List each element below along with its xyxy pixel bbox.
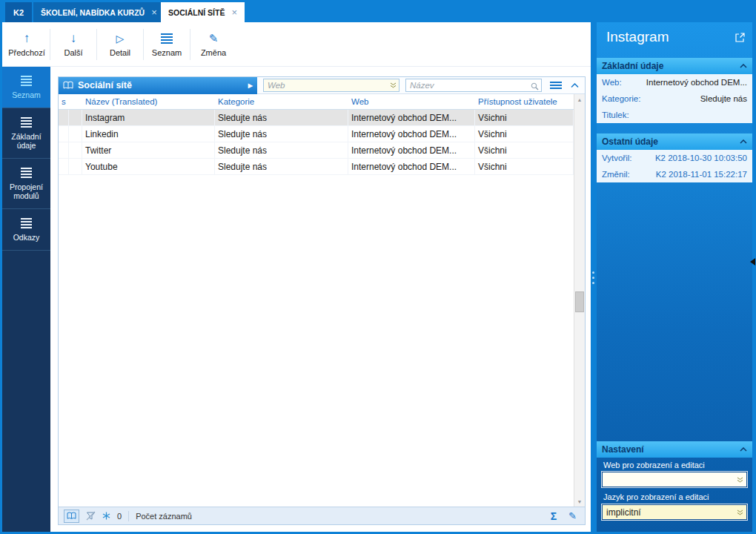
play-icon: ▷ bbox=[116, 32, 125, 45]
filter-clear-icon[interactable] bbox=[86, 511, 96, 521]
snowflake-icon[interactable] bbox=[102, 512, 110, 520]
web-display-label: Web pro zobrazení a editaci bbox=[603, 461, 705, 469]
toolbar-separator bbox=[143, 29, 144, 60]
cell-web: Internetový obchod DEM... bbox=[348, 142, 475, 158]
vertical-scrollbar[interactable]: ▲ ▼ bbox=[574, 94, 585, 507]
detail-button[interactable]: ▷ Detail bbox=[99, 25, 142, 64]
sidebar-item-label: Propojení modulů bbox=[4, 182, 49, 201]
grid-menu-icon[interactable] bbox=[550, 82, 562, 89]
section-title: Ostatní údaje bbox=[602, 136, 658, 147]
previous-button[interactable]: ↑ Předchozí bbox=[5, 25, 48, 64]
cell-pristupnost: Všichni bbox=[475, 159, 574, 174]
cell-s bbox=[59, 110, 69, 125]
language-display-label: Jazyk pro zobrazení a editaci bbox=[603, 492, 709, 501]
tab-label: SOCIÁLNÍ SÍTĚ bbox=[168, 8, 225, 17]
column-header-s[interactable]: s bbox=[59, 97, 69, 106]
open-in-window-icon[interactable] bbox=[735, 32, 746, 43]
toolbar-separator bbox=[190, 29, 190, 60]
section-header-ostatni-udaje[interactable]: Ostatní údaje bbox=[597, 134, 752, 150]
cell-s bbox=[59, 142, 69, 158]
field-label: Změnil: bbox=[602, 170, 630, 179]
table-row[interactable]: Instagram Sledujte nás Internetový obcho… bbox=[59, 110, 574, 126]
column-header-kategorie[interactable]: Kategorie bbox=[215, 97, 348, 106]
grid-status-bar: 0 Počet záznamů Σ ✎ bbox=[59, 507, 585, 524]
dropdown-combo-icon[interactable] bbox=[737, 477, 743, 483]
sum-icon[interactable]: Σ bbox=[551, 510, 557, 522]
record-count-label: Počet záznamů bbox=[136, 512, 192, 521]
column-header-nazev[interactable]: Název (Translated) bbox=[82, 97, 215, 106]
change-label: Změna bbox=[201, 48, 226, 57]
cell-kategorie: Sledujte nás bbox=[215, 142, 348, 158]
sidebar-item-label: Odkazy bbox=[13, 233, 40, 243]
list-button[interactable]: Seznam bbox=[145, 25, 188, 64]
grid-title: Sociální sítě bbox=[78, 80, 132, 90]
scroll-up-arrow[interactable]: ▲ bbox=[574, 94, 585, 105]
close-icon[interactable]: × bbox=[231, 7, 237, 18]
panel-splitter-handle[interactable] bbox=[592, 271, 594, 284]
chevron-up-icon[interactable] bbox=[740, 139, 747, 144]
table-row[interactable]: Youtube Sledujte nás Internetový obchod … bbox=[59, 159, 574, 175]
web-display-select[interactable] bbox=[602, 472, 747, 487]
sidebar-item-odkazy[interactable]: Odkazy bbox=[2, 209, 50, 251]
field-row: Změnil: K2 2018-11-01 15:22:17 bbox=[597, 166, 752, 182]
detail-panel: Instagram Základní údaje Web: Internetov… bbox=[597, 22, 752, 532]
panel-collapse-arrow-icon[interactable] bbox=[750, 258, 755, 266]
book-icon bbox=[67, 512, 76, 520]
dropdown-combo-icon[interactable] bbox=[390, 82, 397, 88]
column-header-pristupnost[interactable]: Přístupnost uživatele bbox=[475, 97, 574, 106]
tab-skoleni-nabidka-kurzu[interactable]: ŠKOLENÍ, NABÍDKA KURZŮ × bbox=[33, 2, 161, 22]
field-row: Kategorie: Sledujte nás bbox=[597, 90, 752, 107]
sidebar-item-seznam[interactable]: Seznam bbox=[2, 67, 50, 108]
cell-nazev: Instagram bbox=[82, 110, 215, 125]
field-value: Internetový obchod DEM... bbox=[646, 78, 747, 87]
field-row: Titulek: bbox=[597, 107, 752, 123]
dropdown-combo-icon[interactable] bbox=[737, 510, 743, 515]
section-header-nastaveni[interactable]: Nastavení bbox=[597, 441, 752, 458]
change-button[interactable]: ✎ Změna bbox=[192, 25, 235, 64]
list-icon bbox=[21, 218, 32, 228]
status-separator bbox=[128, 511, 129, 521]
search-icon[interactable] bbox=[531, 82, 539, 90]
book-view-toggle[interactable] bbox=[64, 510, 79, 523]
cell-icon bbox=[69, 159, 82, 174]
play-icon[interactable]: ▶ bbox=[248, 82, 253, 89]
section-title: Nastavení bbox=[602, 444, 644, 455]
k2-app-button[interactable]: K2 bbox=[5, 2, 32, 22]
tab-socialni-site[interactable]: SOCIÁLNÍ SÍTĚ × bbox=[161, 2, 245, 22]
table-row[interactable]: Twitter Sledujte nás Internetový obchod … bbox=[59, 142, 574, 159]
filter-nazev bbox=[405, 79, 542, 92]
filter-web bbox=[263, 79, 399, 92]
close-icon[interactable]: × bbox=[151, 7, 157, 18]
table-row[interactable]: Linkedin Sledujte nás Internetový obchod… bbox=[59, 126, 574, 142]
cell-s bbox=[59, 126, 69, 142]
chevron-up-icon[interactable] bbox=[740, 64, 747, 68]
chevron-up-icon[interactable] bbox=[571, 83, 579, 88]
app-window: K2 ŠKOLENÍ, NABÍDKA KURZŮ × SOCIÁLNÍ SÍT… bbox=[0, 0, 756, 534]
chevron-up-icon[interactable] bbox=[740, 447, 747, 452]
field-value: Sledujte nás bbox=[700, 94, 747, 103]
web-filter-input[interactable] bbox=[263, 79, 399, 92]
scrollbar-thumb[interactable] bbox=[575, 291, 584, 312]
scroll-down-arrow[interactable]: ▼ bbox=[574, 496, 585, 507]
nazev-filter-input[interactable] bbox=[405, 79, 542, 92]
tab-label: ŠKOLENÍ, NABÍDKA KURZŮ bbox=[41, 8, 145, 17]
cell-web: Internetový obchod DEM... bbox=[348, 159, 475, 174]
language-display-value: implicitní bbox=[606, 507, 641, 518]
edit-icon[interactable]: ✎ bbox=[568, 510, 577, 521]
sidebar-item-label: Seznam bbox=[12, 90, 41, 100]
cell-kategorie: Sledujte nás bbox=[215, 159, 348, 174]
sidebar-item-zakladni-udaje[interactable]: Základní údaje bbox=[2, 108, 50, 159]
language-display-select[interactable]: implicitní bbox=[602, 504, 747, 520]
section-header-zakladni-udaje[interactable]: Základní údaje bbox=[597, 58, 752, 74]
browse-grid: Sociální sítě ▶ bbox=[58, 76, 586, 525]
section-fields-ostatni: Vytvořil: K2 2018-10-30 10:03:50 Změnil:… bbox=[597, 150, 752, 182]
next-button[interactable]: ↓ Další bbox=[52, 25, 95, 64]
column-header-web[interactable]: Web bbox=[348, 97, 475, 106]
status-right-tools: Σ ✎ bbox=[551, 510, 580, 522]
column-header-row: s Název (Translated) Kategorie Web Příst… bbox=[59, 94, 574, 110]
field-label: Kategorie: bbox=[602, 94, 640, 103]
sidebar-item-propojeni-modulu[interactable]: Propojení modulů bbox=[2, 159, 50, 209]
cell-kategorie: Sledujte nás bbox=[215, 110, 348, 125]
toolbar-separator bbox=[50, 29, 50, 60]
list-icon bbox=[21, 117, 32, 128]
